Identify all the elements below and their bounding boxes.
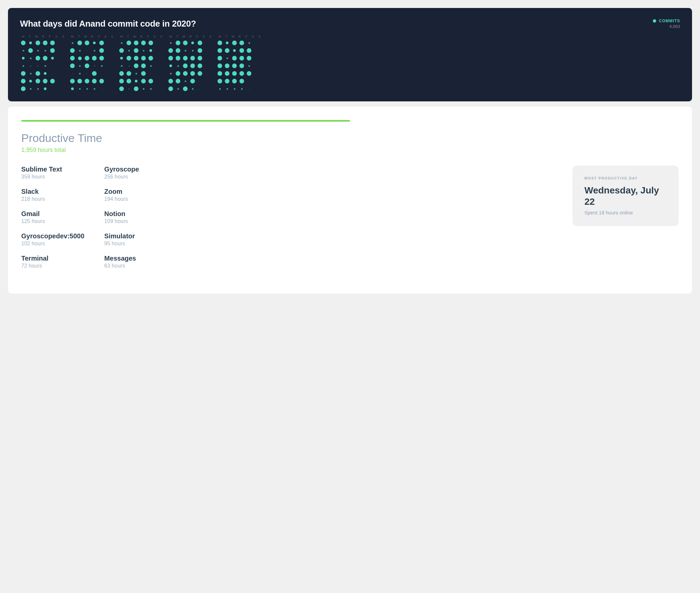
apps-columns: Sublime Text 359 hours Slack 218 hours G… [21, 165, 559, 277]
app-hours: 95 hours [104, 241, 139, 247]
month-4: M T W R F S S [167, 35, 214, 92]
month-1: M T W R F S S [20, 35, 67, 92]
app-name: Messages [104, 254, 139, 262]
list-item: Slack 218 hours [21, 188, 84, 202]
app-hours: 218 hours [21, 196, 84, 202]
month-3: M T W R F S S [118, 35, 165, 92]
app-name: Zoom [104, 188, 139, 195]
list-item: Gyroscopedev:5000 102 hours [21, 232, 84, 247]
apps-col-2: Gyroscope 256 hours Zoom 194 hours Notio… [104, 165, 139, 277]
productive-time-section: Productive Time 1,959 hours total Sublim… [8, 107, 692, 293]
section-title: Productive Time [21, 132, 679, 145]
list-item: Messages 63 hours [104, 254, 139, 269]
list-item: Simulator 95 hours [104, 232, 139, 247]
list-item: Gyroscope 256 hours [104, 165, 139, 180]
productive-day-desc: Spent 18 hours online [584, 210, 667, 215]
app-hours: 256 hours [104, 174, 139, 180]
month-2: M T W R F S S [69, 35, 116, 92]
commits-dot-icon [653, 19, 656, 23]
content-row: Sublime Text 359 hours Slack 218 hours G… [21, 165, 679, 277]
productive-day-date: Wednesday, July 22 [584, 185, 667, 207]
list-item: Terminal 72 hours [21, 254, 84, 269]
productive-day-label: MOST PRODUCTIVE DAY [584, 176, 667, 180]
list-item: Sublime Text 359 hours [21, 165, 84, 180]
month-5: M T W R F S S [217, 35, 263, 92]
app-name: Simulator [104, 232, 139, 240]
commits-legend-label: COMMITS [653, 18, 680, 23]
most-productive-day-card: MOST PRODUCTIVE DAY Wednesday, July 22 S… [572, 165, 679, 226]
apps-col-1: Sublime Text 359 hours Slack 218 hours G… [21, 165, 84, 277]
list-item: Zoom 194 hours [104, 188, 139, 202]
commits-dot-grid: M T W R F S S [20, 35, 680, 92]
commits-header: What days did Anand commit code in 2020?… [20, 18, 680, 29]
progress-bar-track [21, 120, 350, 122]
commits-count: 4,063 [669, 24, 680, 29]
progress-bar-fill [21, 120, 350, 122]
list-item: Gmail 125 hours [21, 210, 84, 224]
app-hours: 125 hours [21, 219, 84, 224]
app-name: Notion [104, 210, 139, 218]
app-hours: 109 hours [104, 219, 139, 224]
app-hours: 102 hours [21, 241, 84, 247]
app-name: Gyroscopedev:5000 [21, 232, 84, 240]
commits-legend: COMMITS 4,063 [653, 18, 680, 29]
app-name: Gyroscope [104, 165, 139, 173]
app-hours: 72 hours [21, 263, 84, 269]
commits-card: What days did Anand commit code in 2020?… [8, 8, 692, 102]
app-hours: 194 hours [104, 196, 139, 202]
list-item: Notion 109 hours [104, 210, 139, 224]
app-name: Terminal [21, 254, 84, 262]
app-hours: 63 hours [104, 263, 139, 269]
commits-title: What days did Anand commit code in 2020? [20, 18, 196, 29]
progress-bar-container [21, 120, 679, 122]
app-name: Sublime Text [21, 165, 84, 173]
app-name: Gmail [21, 210, 84, 218]
app-hours: 359 hours [21, 174, 84, 180]
app-name: Slack [21, 188, 84, 195]
commits-legend-text: COMMITS [659, 18, 680, 23]
section-subtitle: 1,959 hours total [21, 147, 679, 154]
